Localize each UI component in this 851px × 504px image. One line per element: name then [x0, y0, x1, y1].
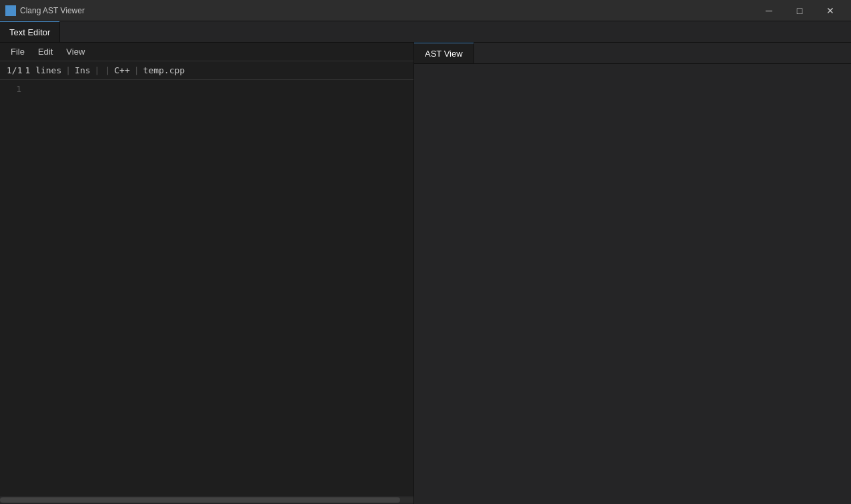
close-button[interactable]: ✕ — [815, 0, 846, 21]
menu-view[interactable]: View — [61, 45, 90, 58]
tab-ast-view[interactable]: AST View — [414, 43, 474, 63]
scrollbar-thumb[interactable] — [0, 497, 400, 503]
menu-edit[interactable]: Edit — [33, 45, 58, 58]
panels-row: File Edit View 1/1 1 lines | Ins | | C++… — [0, 43, 851, 504]
sep3: | — [105, 65, 110, 75]
title-bar-left: Clang AST Viewer — [5, 5, 85, 16]
sep2: | — [95, 65, 100, 75]
app-icon — [5, 5, 16, 16]
filename: temp.cpp — [143, 65, 185, 75]
main-area: Text Editor File Edit View 1/1 1 lines |… — [0, 21, 851, 504]
line-number-1: 1 — [5, 83, 21, 96]
title-bar: Clang AST Viewer ─ □ ✕ — [0, 0, 851, 21]
code-editor[interactable] — [27, 81, 413, 495]
language: C++ — [114, 65, 129, 75]
left-panel: File Edit View 1/1 1 lines | Ins | | C++… — [0, 43, 414, 504]
sep1: | — [65, 65, 71, 75]
menu-bar: File Edit View — [0, 43, 413, 61]
window-title: Clang AST Viewer — [20, 6, 85, 15]
scrollbar-track — [0, 497, 413, 503]
ast-tab-label: AST View — [425, 49, 463, 59]
line-numbers: 1 — [0, 81, 27, 495]
tab-text-editor-label: Text Editor — [9, 27, 50, 37]
ast-tab-bar: AST View — [414, 43, 851, 64]
cursor-position: 1/1 — [7, 65, 22, 75]
edit-mode: Ins — [75, 65, 90, 75]
tab-text-editor[interactable]: Text Editor — [0, 21, 60, 42]
editor-content: 1 — [0, 80, 413, 496]
sep4: | — [134, 65, 139, 75]
minimize-button[interactable]: ─ — [754, 0, 784, 21]
tab-bar: Text Editor — [0, 21, 851, 43]
window-controls: ─ □ ✕ — [754, 0, 846, 21]
line-count: 1 lines — [25, 65, 61, 75]
editor-scrollbar[interactable] — [0, 496, 413, 504]
status-bar: 1/1 1 lines | Ins | | C++ | temp.cpp — [0, 61, 413, 80]
ast-content — [414, 64, 851, 504]
right-panel: AST View — [414, 43, 851, 504]
menu-file[interactable]: File — [5, 45, 30, 58]
editor-area: 1 — [0, 80, 413, 504]
svg-rect-1 — [8, 8, 13, 13]
maximize-button[interactable]: □ — [784, 0, 815, 21]
